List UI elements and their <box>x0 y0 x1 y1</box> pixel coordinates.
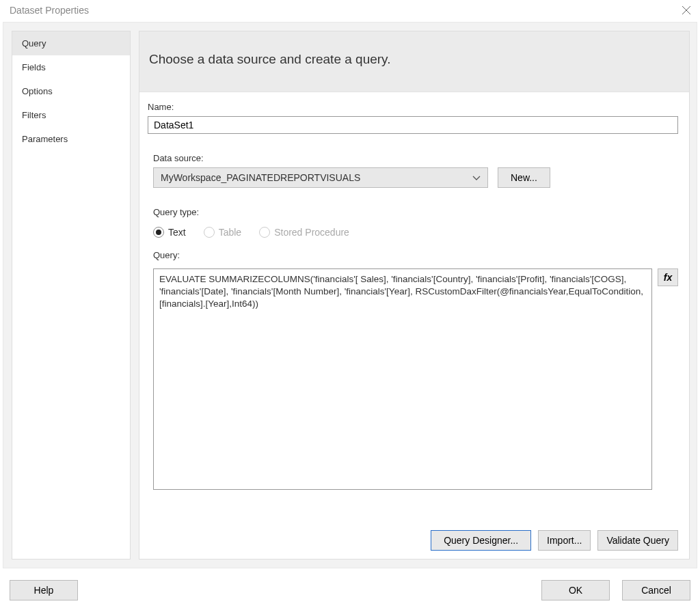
query-textarea[interactable]: EVALUATE SUMMARIZECOLUMNS('financials'[ … <box>153 268 652 490</box>
validate-query-button[interactable]: Validate Query <box>597 530 678 551</box>
radio-label: Text <box>168 227 186 238</box>
main-content: Name: Data source: MyWorkspace_PAGINATED… <box>139 92 689 559</box>
querytype-label: Query type: <box>153 207 678 217</box>
titlebar: Dataset Properties <box>0 0 700 22</box>
query-label: Query: <box>153 250 678 260</box>
sidebar-item-query[interactable]: Query <box>12 31 130 55</box>
sidebar-item-options[interactable]: Options <box>12 79 130 103</box>
sidebar-item-label: Parameters <box>22 134 68 144</box>
sidebar-item-filters[interactable]: Filters <box>12 103 130 127</box>
sidebar-item-label: Filters <box>22 110 46 120</box>
window-title: Dataset Properties <box>10 5 89 16</box>
querytype-radio-group: Text Table Stored Procedure <box>153 227 678 238</box>
sidebar-item-label: Options <box>22 86 53 96</box>
radio-icon <box>259 227 270 238</box>
name-label: Name: <box>148 102 678 112</box>
datasource-select[interactable]: MyWorkspace_PAGINATEDREPORTVISUALS <box>153 167 488 188</box>
radio-text[interactable]: Text <box>153 227 186 238</box>
radio-table: Table <box>204 227 241 238</box>
sidebar-item-label: Query <box>22 38 46 49</box>
dialog-body: Query Fields Options Filters Parameters … <box>3 22 697 568</box>
expression-button[interactable]: fx <box>658 268 678 286</box>
help-button[interactable]: Help <box>10 580 78 600</box>
radio-icon <box>204 227 215 238</box>
query-designer-button[interactable]: Query Designer... <box>431 530 531 551</box>
radio-icon <box>153 227 164 238</box>
import-button[interactable]: Import... <box>538 530 591 551</box>
radio-stored-procedure: Stored Procedure <box>259 227 349 238</box>
dialog-footer: Help OK Cancel <box>0 568 700 605</box>
sidebar-item-fields[interactable]: Fields <box>12 55 130 79</box>
chevron-down-icon <box>472 172 481 183</box>
main-panel: Choose a data source and create a query.… <box>139 31 690 559</box>
page-heading: Choose a data source and create a query. <box>139 31 689 92</box>
name-input[interactable] <box>148 116 678 134</box>
sidebar-item-parameters[interactable]: Parameters <box>12 127 130 151</box>
close-icon[interactable] <box>679 3 693 17</box>
datasource-label: Data source: <box>153 153 678 163</box>
new-datasource-button[interactable]: New... <box>498 167 550 188</box>
query-buttons-row: Query Designer... Import... Validate Que… <box>148 530 678 551</box>
ok-button[interactable]: OK <box>541 580 610 600</box>
sidebar-item-label: Fields <box>22 62 46 72</box>
radio-label: Table <box>219 227 241 238</box>
radio-label: Stored Procedure <box>274 227 349 238</box>
cancel-button[interactable]: Cancel <box>622 580 690 600</box>
datasource-value: MyWorkspace_PAGINATEDREPORTVISUALS <box>161 172 360 183</box>
sidebar: Query Fields Options Filters Parameters <box>12 31 131 559</box>
